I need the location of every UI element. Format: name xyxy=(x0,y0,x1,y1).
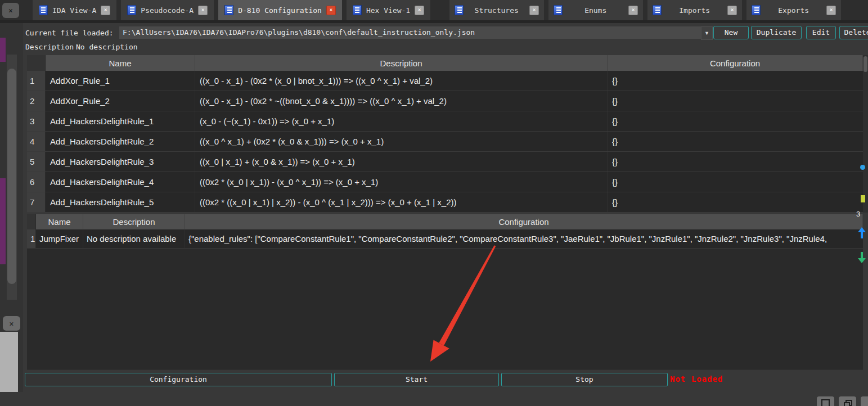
window-button-partial[interactable] xyxy=(861,396,868,406)
close-icon[interactable]: ✕ xyxy=(529,6,539,15)
cell-name[interactable]: JumpFixer xyxy=(36,229,83,248)
tab-hex-view-1[interactable]: Hex View-1✕ xyxy=(347,0,430,20)
cell-configuration[interactable]: {} xyxy=(608,132,863,151)
bottom-bar xyxy=(0,392,868,406)
tab-imports[interactable]: Imports✕ xyxy=(647,0,742,20)
duplicate-button[interactable]: Duplicate xyxy=(751,26,802,39)
table-row[interactable]: 2AddXor_Rule_2((x_0 - x_1) - (0x2 * ~((b… xyxy=(27,91,863,111)
row-number: 1 xyxy=(27,71,46,91)
left-scrollbar-thumb[interactable] xyxy=(7,69,16,284)
edit-button[interactable]: Edit xyxy=(806,26,836,39)
close-icon[interactable]: ✕ xyxy=(727,6,737,15)
imports-icon xyxy=(653,5,662,15)
new-button[interactable]: New xyxy=(713,26,749,39)
cell-name[interactable]: Add_HackersDelightRule_4 xyxy=(46,172,195,192)
cell-configuration[interactable]: {} xyxy=(608,71,863,91)
cell-description[interactable]: No description available xyxy=(83,229,185,248)
handlers-table: Name Description Configuration 1JumpFixe… xyxy=(27,214,863,370)
current-file-label: Current file loaded: xyxy=(25,29,114,37)
config-icon xyxy=(224,5,233,15)
restore-icon xyxy=(844,400,851,406)
delete-button[interactable]: Delete xyxy=(839,26,868,39)
panel-close-button-top[interactable]: ✕ xyxy=(2,3,19,18)
cell-description[interactable]: ((0x2 * ((x_0 | x_1) | x_2)) - (x_0 ^ (x… xyxy=(195,192,608,212)
cell-name[interactable]: Add_HackersDelightRule_1 xyxy=(46,111,195,131)
rules-table-body: 1AddXor_Rule_1((x_0 - x_1) - (0x2 * (x_0… xyxy=(27,71,863,213)
start-button[interactable]: Start xyxy=(334,373,499,386)
navband-purple-segment xyxy=(0,38,6,62)
tab-structures[interactable]: Structures✕ xyxy=(449,0,544,20)
tab-enums[interactable]: Enums✕ xyxy=(548,0,643,20)
cell-description[interactable]: ((x_0 - x_1) - (0x2 * ~((bnot_x_0 & x_1)… xyxy=(195,91,608,111)
cell-description[interactable]: ((0x2 * (x_0 | x_1)) - (x_0 ^ x_1)) => (… xyxy=(195,172,608,192)
tab-exports[interactable]: Exports✕ xyxy=(746,0,841,20)
cell-description[interactable]: ((x_0 ^ x_1) + (0x2 * (x_0 & x_1))) => (… xyxy=(195,132,608,151)
row-number: 4 xyxy=(27,132,46,151)
handlers-header-description[interactable]: Description xyxy=(83,214,185,229)
row-number: 3 xyxy=(27,111,46,131)
scrollbar-marker-cyan-icon xyxy=(860,165,865,170)
scroll-number-label: 3 xyxy=(856,210,860,218)
cell-description[interactable]: (x_0 - (~(x_1) - 0x1)) => (x_0 + x_1) xyxy=(195,111,608,131)
row-number: 1 xyxy=(27,229,36,248)
cell-name[interactable]: AddXor_Rule_2 xyxy=(46,91,195,111)
close-icon[interactable]: ✕ xyxy=(826,6,836,15)
tab-ida-view-a[interactable]: IDA View-A✕ xyxy=(33,0,116,20)
cell-name[interactable]: Add_HackersDelightRule_2 xyxy=(46,132,195,151)
current-file-path-field[interactable]: F:\AllUsers\IDA76\IDA76\IDAPro76\plugins… xyxy=(119,26,702,39)
cell-configuration[interactable]: {} xyxy=(608,152,863,172)
navband-purple-segment xyxy=(0,178,6,264)
handlers-header-name[interactable]: Name xyxy=(36,214,83,229)
close-icon[interactable]: ✕ xyxy=(415,6,424,15)
jump-down-arrow-icon xyxy=(858,252,866,263)
table-row[interactable]: 7Add_HackersDelightRule_5((0x2 * ((x_0 |… xyxy=(27,192,863,213)
table-row[interactable]: 1JumpFixerNo description available{"enab… xyxy=(27,229,863,249)
close-icon[interactable]: ✕ xyxy=(101,6,110,15)
rules-table-scrollbar-thumb[interactable] xyxy=(863,56,867,72)
table-row[interactable]: 4Add_HackersDelightRule_2((x_0 ^ x_1) + … xyxy=(27,132,863,152)
handlers-header-configuration[interactable]: Configuration xyxy=(185,214,863,229)
panel-close-button-bottom[interactable]: ✕ xyxy=(3,316,20,331)
cell-name[interactable]: AddXor_Rule_1 xyxy=(46,71,195,91)
close-icon[interactable]: ✕ xyxy=(628,6,638,15)
rules-header-corner[interactable] xyxy=(27,55,46,71)
table-row[interactable]: 1AddXor_Rule_1((x_0 - x_1) - (0x2 * (x_0… xyxy=(27,71,863,91)
tab-pseudocode-a[interactable]: Pseudocode-A✕ xyxy=(121,0,214,20)
configuration-button[interactable]: Configuration xyxy=(25,373,332,386)
chevron-down-icon[interactable]: ▼ xyxy=(701,26,713,40)
hex-view-icon xyxy=(353,5,362,15)
cell-configuration[interactable]: {} xyxy=(608,172,863,192)
cell-description[interactable]: ((x_0 - x_1) - (0x2 * (x_0 | bnot_x_1)))… xyxy=(195,71,608,91)
handlers-table-header: Name Description Configuration xyxy=(27,214,863,229)
rules-header-configuration[interactable]: Configuration xyxy=(608,55,863,71)
row-number: 6 xyxy=(27,172,46,192)
tab-label: D-810 Configuration xyxy=(238,6,322,15)
table-row[interactable]: 6Add_HackersDelightRule_4((0x2 * (x_0 | … xyxy=(27,172,863,192)
exports-icon xyxy=(752,5,761,15)
cell-configuration[interactable]: {} xyxy=(608,192,863,212)
tab-d-810-configuration[interactable]: D-810 Configuration✕ xyxy=(218,0,342,20)
rules-header-name[interactable]: Name xyxy=(46,55,195,71)
cell-configuration[interactable]: {"enabled_rules": ["CompareConstantRule1… xyxy=(185,229,863,248)
jump-up-arrow-icon xyxy=(858,227,866,238)
rules-header-description[interactable]: Description xyxy=(195,55,608,71)
cell-name[interactable]: Add_HackersDelightRule_3 xyxy=(46,152,195,172)
tab-label: Enums xyxy=(584,6,606,15)
restore-button[interactable] xyxy=(839,396,856,406)
stop-button[interactable]: Stop xyxy=(501,373,668,386)
maximize-button[interactable] xyxy=(817,396,834,406)
cell-name[interactable]: Add_HackersDelightRule_5 xyxy=(46,192,195,212)
row-number: 7 xyxy=(27,192,46,212)
cell-description[interactable]: ((x_0 | x_1) + (x_0 & x_1)) => (x_0 + x_… xyxy=(195,152,608,172)
handlers-header-corner[interactable] xyxy=(27,214,36,229)
tab-bar: IDA View-A✕Pseudocode-A✕D-810 Configurat… xyxy=(0,0,868,20)
close-icon[interactable]: ✕ xyxy=(198,6,208,15)
cell-configuration[interactable]: {} xyxy=(608,111,863,131)
rules-table-scrollbar[interactable] xyxy=(863,55,868,213)
table-row[interactable]: 5Add_HackersDelightRule_3((x_0 | x_1) + … xyxy=(27,152,863,172)
table-row[interactable]: 3Add_HackersDelightRule_1(x_0 - (~(x_1) … xyxy=(27,111,863,132)
close-icon[interactable]: ✕ xyxy=(326,6,336,15)
cell-configuration[interactable]: {} xyxy=(608,91,863,111)
description-label: Description xyxy=(25,43,74,51)
tab-label: Imports xyxy=(679,6,710,15)
